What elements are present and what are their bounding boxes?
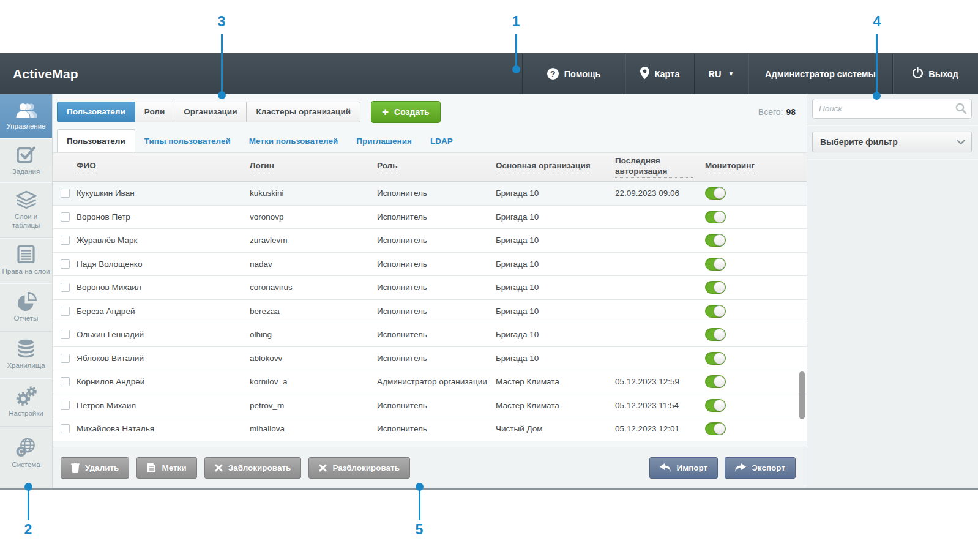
- vertical-scrollbar-thumb[interactable]: [799, 371, 805, 419]
- table-row[interactable]: Журавлёв МаркzuravlevmИсполнительБригада…: [53, 229, 807, 253]
- block-button[interactable]: Заблокировать: [204, 457, 302, 479]
- cell-login: zuravlevm: [250, 236, 377, 245]
- row-checkbox[interactable]: [61, 236, 70, 245]
- monitoring-toggle[interactable]: [705, 422, 726, 435]
- table-row[interactable]: Надя ВолощенкоnadavИсполнительБригада 10: [53, 253, 807, 277]
- cell-org: Бригада 10: [496, 283, 615, 292]
- table-row[interactable]: Яблоков ВиталийablokovvИсполнительБригад…: [53, 347, 807, 371]
- sidebar-item-reports[interactable]: Отчеты: [0, 283, 52, 331]
- row-checkbox[interactable]: [61, 212, 70, 222]
- sidebar-item-management[interactable]: Управление: [0, 94, 52, 138]
- row-checkbox[interactable]: [61, 377, 70, 386]
- monitoring-toggle[interactable]: [705, 328, 726, 341]
- subtab-invitations[interactable]: Приглашения: [347, 129, 421, 152]
- create-button[interactable]: + Создать: [371, 101, 441, 123]
- monitoring-toggle[interactable]: [705, 281, 726, 294]
- svg-text:C: C: [18, 449, 23, 456]
- gears-icon: [16, 386, 37, 406]
- help-menu-item[interactable]: ? Помощь: [522, 53, 625, 94]
- subtab-users[interactable]: Пользователи: [57, 129, 135, 152]
- sidebar-item-tasks[interactable]: Задания: [0, 138, 52, 182]
- row-checkbox[interactable]: [61, 424, 70, 433]
- sidebar-item-layers[interactable]: Слои и таблицы: [0, 182, 52, 237]
- table-row[interactable]: Корнилов Андрейkornilov_aАдминистратор о…: [53, 370, 807, 394]
- table-row[interactable]: Петров Михаилpetrov_mИсполнительМастер К…: [53, 394, 807, 418]
- delete-button[interactable]: Удалить: [61, 457, 129, 479]
- sidebar-item-layer-rights[interactable]: Права на слои: [0, 237, 52, 283]
- table-row[interactable]: Воронов МихаилcoronavirusИсполнительБриг…: [53, 276, 807, 300]
- monitoring-toggle[interactable]: [705, 375, 726, 388]
- current-user-menu[interactable]: Администратор системы: [748, 53, 892, 94]
- cell-role: Исполнитель: [377, 307, 496, 316]
- sidebar-item-storage[interactable]: Хранилища: [0, 331, 52, 378]
- monitoring-toggle[interactable]: [705, 234, 726, 247]
- filter-dropdown[interactable]: Выберите фильтр: [812, 132, 972, 152]
- search-input[interactable]: [812, 99, 972, 119]
- import-button[interactable]: Импорт: [649, 457, 718, 479]
- row-checkbox[interactable]: [61, 330, 70, 339]
- row-checkbox[interactable]: [61, 189, 70, 198]
- cell-login: nadav: [250, 259, 377, 269]
- cell-fio: Петров Михаил: [77, 401, 250, 410]
- monitoring-toggle[interactable]: [705, 187, 726, 200]
- row-checkbox[interactable]: [61, 401, 70, 410]
- table-row[interactable]: Ольхин ГеннадийolhingИсполнительБригада …: [53, 323, 807, 347]
- cell-role: Исполнитель: [377, 330, 496, 339]
- table-row[interactable]: Береза АндрейberezaaИсполнительБригада 1…: [53, 300, 807, 324]
- cell-auth: 05.12.2023 12:59: [615, 377, 705, 386]
- app-logo: ActiveMap: [0, 67, 78, 81]
- document-lines-icon: [17, 245, 35, 264]
- logout-label: Выход: [928, 69, 958, 79]
- monitoring-toggle[interactable]: [705, 211, 726, 223]
- toggle-knob: [714, 376, 725, 387]
- cell-role: Исполнитель: [377, 189, 496, 198]
- annotation-marker-3: 3: [209, 13, 234, 30]
- chevron-down-icon: ▼: [728, 70, 734, 77]
- trash-icon: [71, 463, 80, 473]
- delete-label: Удалить: [85, 463, 119, 472]
- cell-fio: Кукушкин Иван: [77, 189, 250, 198]
- language-dropdown[interactable]: RU ▼: [694, 53, 748, 94]
- row-checkbox[interactable]: [61, 307, 70, 316]
- table-row[interactable]: Воронов ПетрvoronovpИсполнительБригада 1…: [53, 206, 807, 230]
- cell-org: Бригада 10: [496, 307, 615, 316]
- sidebar-item-settings[interactable]: Настройки: [0, 378, 52, 426]
- logout-button[interactable]: Выход: [892, 53, 978, 94]
- cell-role: Исполнитель: [377, 212, 496, 222]
- column-header-role: Роль: [377, 161, 496, 173]
- unblock-button[interactable]: Разблокировать: [308, 457, 410, 479]
- tab-org-clusters[interactable]: Кластеры организаций: [246, 102, 360, 122]
- export-button[interactable]: Экспорт: [725, 457, 796, 479]
- tab-users[interactable]: Пользователи: [57, 102, 135, 122]
- subtab-ldap[interactable]: LDAP: [421, 129, 462, 152]
- x-icon: [215, 464, 223, 472]
- subtab-user-types[interactable]: Типы пользователей: [135, 129, 240, 152]
- filter-value: Выберите фильтр: [820, 137, 898, 147]
- tab-roles[interactable]: Роли: [135, 102, 174, 122]
- monitoring-toggle[interactable]: [705, 305, 726, 318]
- table-row[interactable]: Кукушкин ИванkukuskiniИсполнительБригада…: [53, 182, 807, 206]
- annotation-marker-5: 5: [407, 521, 431, 538]
- users-icon: [15, 102, 37, 119]
- row-checkbox[interactable]: [61, 283, 70, 292]
- layers-icon: [15, 190, 37, 209]
- table-row[interactable]: Михайлова НатальяmihailovaИсполнительЧис…: [53, 417, 807, 441]
- pie-chart-icon: [16, 292, 37, 311]
- language-value: RU: [709, 69, 722, 79]
- row-checkbox[interactable]: [61, 259, 70, 269]
- tag-icon: [147, 463, 156, 473]
- tab-organizations[interactable]: Организации: [174, 102, 247, 122]
- screenshot-stage: ActiveMap ? Помощь Карта RU ▼ Администра…: [0, 0, 978, 560]
- row-checkbox[interactable]: [61, 354, 70, 363]
- search-icon[interactable]: [955, 103, 967, 117]
- sidebar-item-label: Слои и таблицы: [2, 213, 50, 229]
- cell-login: kukuskini: [250, 189, 377, 198]
- subtab-user-labels[interactable]: Метки пользователей: [240, 129, 348, 152]
- sidebar-item-system[interactable]: C Система: [0, 426, 52, 480]
- labels-button[interactable]: Метки: [136, 457, 196, 479]
- monitoring-toggle[interactable]: [705, 352, 726, 365]
- monitoring-toggle[interactable]: [705, 258, 726, 271]
- monitoring-toggle[interactable]: [705, 399, 726, 412]
- map-menu-item[interactable]: Карта: [625, 53, 694, 94]
- total-value: 98: [786, 107, 796, 117]
